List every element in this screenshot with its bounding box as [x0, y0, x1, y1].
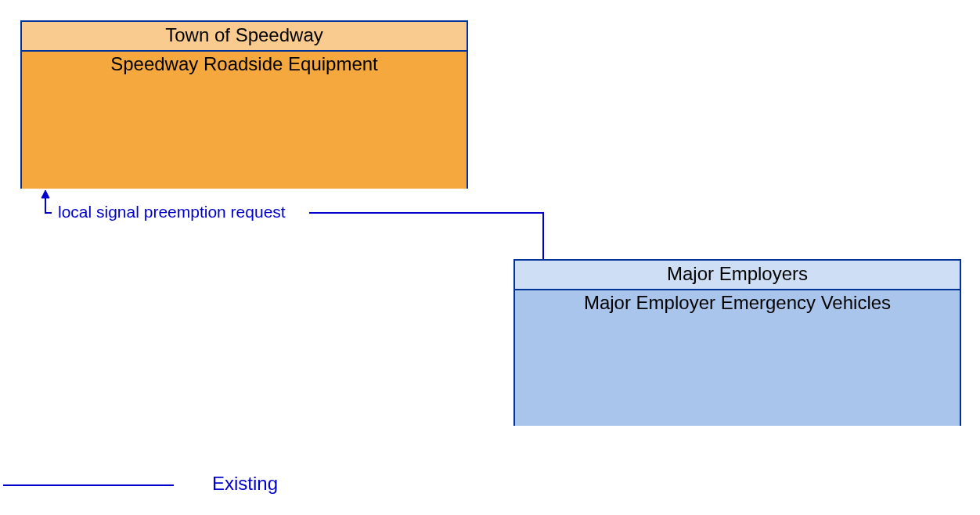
node-employers-body: Major Employer Emergency Vehicles [515, 290, 960, 426]
node-speedway-roadside-equipment: Town of Speedway Speedway Roadside Equip… [20, 20, 468, 189]
legend-existing-line [3, 484, 174, 486]
node-speedway-header: Town of Speedway [22, 22, 467, 52]
diagram-canvas: Town of Speedway Speedway Roadside Equip… [0, 0, 980, 515]
node-major-employer-emergency-vehicles: Major Employers Major Employer Emergency… [513, 259, 961, 426]
node-speedway-body: Speedway Roadside Equipment [22, 52, 467, 189]
flow-preemption-label: local signal preemption request [58, 203, 286, 221]
node-employers-header: Major Employers [515, 261, 960, 290]
legend-existing-label: Existing [212, 473, 278, 495]
